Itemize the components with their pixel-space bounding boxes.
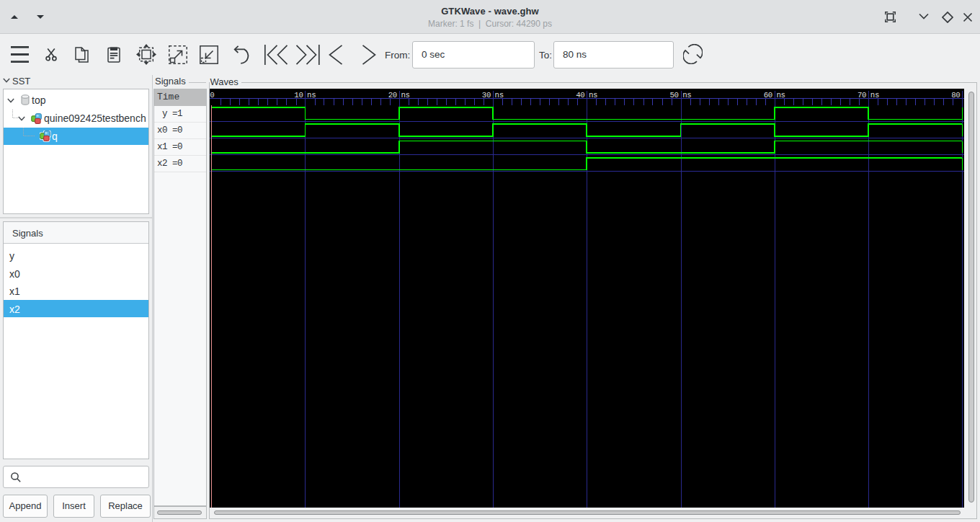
svg-text:20: 20 [388,91,397,99]
svg-text:ns: ns [589,91,597,99]
svg-text:50: 50 [669,91,678,99]
svg-text:70: 70 [858,91,866,99]
svg-text:40: 40 [576,91,584,99]
svg-text:0: 0 [210,91,214,99]
svg-text:ns: ns [870,91,879,99]
svg-text:30: 30 [482,91,491,99]
svg-text:ns: ns [307,91,316,99]
svg-text:ns: ns [495,91,504,99]
svg-text:ns: ns [401,91,409,99]
svg-text:60: 60 [764,91,772,99]
svg-text:80: 80 [951,91,960,99]
svg-text:10: 10 [294,91,303,99]
svg-text:ns: ns [777,91,785,99]
svg-text:ns: ns [682,91,691,99]
